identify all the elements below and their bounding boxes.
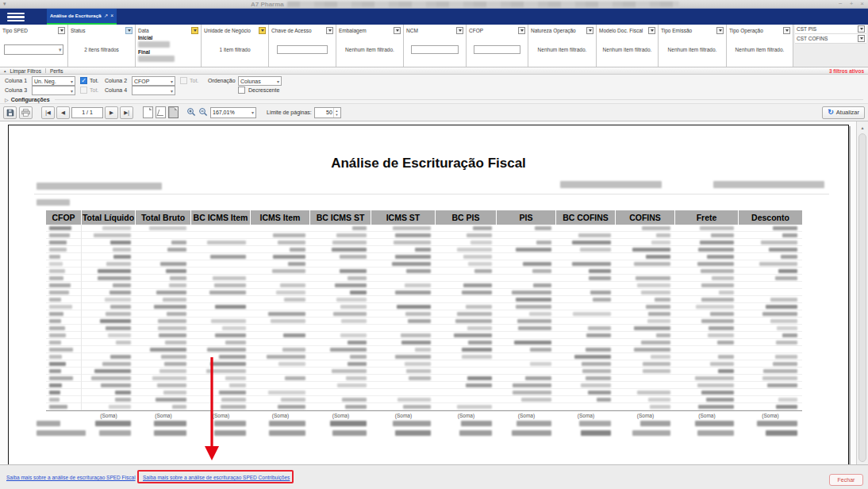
redacted-cell	[675, 225, 739, 232]
next-page-button[interactable]: ▶	[105, 106, 118, 119]
zoom-in-button[interactable]	[186, 106, 196, 120]
first-page-button[interactable]: |◀	[41, 106, 55, 119]
page-limit-input[interactable]: 50 ▴▾	[314, 107, 341, 118]
save-button[interactable]	[3, 106, 17, 119]
coluna1-select[interactable]: Un. Neg.▾	[32, 76, 75, 86]
redacted-cell	[82, 268, 136, 275]
filter-icon[interactable]	[648, 27, 655, 34]
configuracoes-toggle[interactable]: ▷ Configurações	[0, 95, 868, 103]
filter-icon[interactable]	[586, 27, 593, 34]
redacted-cell	[436, 339, 497, 346]
filter-icon-active[interactable]	[259, 27, 266, 34]
filter-label: Embalagem	[339, 28, 367, 33]
filter-icon[interactable]	[783, 27, 790, 34]
redacted-cell	[310, 382, 371, 389]
main-navbar: Análise de Escrituração Fiscal ↗ ×	[0, 9, 868, 25]
tab-analise-escrituracao-fiscal[interactable]: Análise de Escrituração Fiscal ↗ ×	[47, 9, 117, 25]
atualizar-button[interactable]: ↻ Atualizar	[822, 106, 865, 119]
redacted-cell	[46, 339, 82, 346]
zoom-level-select[interactable]: 167,01%▾	[210, 107, 256, 118]
print-button[interactable]	[19, 106, 33, 119]
redacted-cell	[436, 403, 497, 410]
redacted-cell	[310, 253, 371, 260]
menu-icon[interactable]	[7, 13, 25, 21]
filter-panel-natureza-operacao: Natureza Operação Nenhum item filtrado.	[528, 25, 596, 67]
redacted-cell	[46, 275, 82, 282]
spinner-icon[interactable]: ▴▾	[333, 108, 340, 117]
clear-filters-button[interactable]: Limpar Filtros	[10, 68, 41, 74]
popout-icon[interactable]: ↗	[104, 13, 108, 18]
filter-icon[interactable]	[716, 27, 724, 34]
coluna3-tot-checkbox[interactable]	[80, 87, 87, 94]
close-icon[interactable]: ×	[860, 0, 864, 8]
filter-icon[interactable]	[58, 27, 65, 34]
fechar-button[interactable]: Fechar	[829, 474, 863, 486]
redacted-cell	[371, 289, 436, 296]
vertical-scrollbar[interactable]: ▴ ▾	[856, 121, 868, 474]
redacted-cell	[371, 375, 436, 382]
column-header: Total Bruto	[136, 210, 191, 225]
collapse-icon[interactable]: ▴	[4, 68, 6, 73]
prev-page-button[interactable]: ◀	[56, 106, 70, 119]
filter-icon[interactable]	[518, 27, 525, 34]
filter-icon[interactable]	[456, 27, 463, 34]
filter-icon[interactable]	[326, 27, 333, 34]
soma-cell: (Soma)	[82, 411, 136, 419]
filter-panel-cfop: CFOP	[467, 25, 528, 67]
coluna4-label: Coluna 4	[105, 86, 127, 95]
report-title: Análise de Escrituração Fiscal	[9, 156, 848, 171]
zoom-out-button[interactable]	[198, 106, 208, 120]
last-page-button[interactable]: ▶|	[120, 106, 133, 119]
redacted-cell	[371, 368, 436, 375]
chave-acesso-input[interactable]	[277, 45, 328, 54]
redacted-cell	[436, 396, 497, 403]
coluna1-tot-checkbox[interactable]: ✓	[80, 77, 87, 84]
coluna2-select[interactable]: CFOP▾	[132, 76, 175, 86]
embalagem-filter-summary: Nenhum item filtrado.	[345, 47, 394, 52]
filter-icon-active[interactable]	[125, 27, 133, 34]
view-whole-page-button[interactable]	[168, 106, 179, 118]
summary-row	[46, 429, 802, 438]
filter-icon-active[interactable]	[191, 27, 198, 34]
maximize-icon[interactable]: +	[850, 0, 854, 8]
redacted-cell	[82, 246, 136, 253]
redacted-cell	[616, 332, 675, 339]
filter-icon[interactable]	[858, 25, 865, 33]
redacted-cell	[675, 253, 739, 260]
coluna4-select[interactable]: ▾	[132, 86, 175, 95]
redacted-cell	[136, 232, 191, 239]
tab-close-icon[interactable]: ×	[110, 13, 113, 18]
refresh-icon: ↻	[828, 109, 834, 116]
column-header: COFINS	[616, 210, 675, 225]
redacted-cell	[675, 282, 739, 289]
link-sped-contribuicoes[interactable]: Saiba mais sobre a análise de escrituraç…	[143, 475, 290, 480]
filter-icon[interactable]	[394, 27, 401, 34]
tipo-sped-select[interactable]: ▾	[4, 44, 64, 55]
cfop-input[interactable]	[474, 45, 520, 54]
page-number-field[interactable]: 1 / 1	[71, 107, 103, 118]
scroll-up-icon[interactable]: ▴	[857, 121, 868, 133]
profiles-button[interactable]: Perfis	[50, 68, 63, 74]
redacted-cell	[251, 260, 310, 268]
view-fit-width-button[interactable]	[156, 106, 166, 118]
redacted-cell	[251, 239, 310, 246]
redacted-cell	[556, 389, 616, 396]
ncm-input[interactable]	[411, 45, 458, 54]
filter-icon[interactable]	[858, 35, 865, 42]
view-single-page-button[interactable]	[143, 106, 153, 118]
minimize-icon[interactable]: −	[839, 0, 843, 8]
redacted-cell	[191, 382, 251, 389]
redacted-cell	[616, 260, 675, 268]
coluna3-select[interactable]: ▾	[32, 86, 75, 95]
column-header: Frete	[675, 210, 739, 225]
scrollbar-thumb[interactable]	[858, 133, 866, 462]
redacted-cell	[497, 296, 556, 303]
redacted-cell	[191, 275, 251, 282]
coluna2-tot-checkbox[interactable]	[180, 77, 187, 84]
redacted-cell	[371, 239, 436, 246]
link-sped-fiscal[interactable]: Saiba mais sobre a análise de escrituraç…	[6, 475, 136, 480]
ordenacao-select[interactable]: Colunas▾	[238, 76, 282, 86]
report-viewport: Análise de Escrituração Fiscal CFOP Tota…	[0, 121, 856, 464]
decrescente-checkbox[interactable]	[238, 87, 245, 94]
redacted-cell	[251, 282, 310, 289]
